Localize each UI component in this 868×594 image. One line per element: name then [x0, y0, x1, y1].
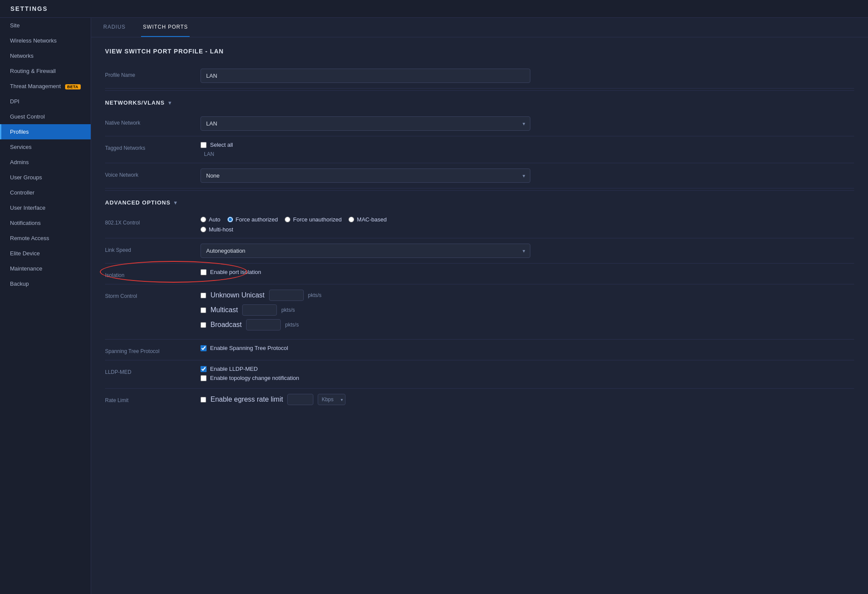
page-title: VIEW SWITCH PORT PROFILE - LAN [105, 48, 854, 55]
voice-network-select-wrapper: None [201, 168, 530, 183]
sidebar-item-site[interactable]: Site [0, 18, 91, 33]
storm-multicast-row: Multicast pkts/s [201, 304, 854, 316]
storm-broadcast-row: Broadcast pkts/s [201, 319, 854, 330]
sidebar-item-backup[interactable]: Backup [0, 276, 91, 291]
rate-limit-control: Enable egress rate limit Kbps Mbps [201, 394, 854, 405]
control-802x-row: 802.1X Control Auto Force authorized [105, 211, 854, 238]
divider-2 [105, 190, 854, 191]
select-all-label[interactable]: Select all [201, 142, 854, 148]
radio-mac-based[interactable] [349, 217, 354, 222]
sidebar-item-profiles[interactable]: Profiles [0, 124, 91, 139]
enable-port-isolation-checkbox[interactable] [201, 269, 207, 275]
enable-spanning-tree-label[interactable]: Enable Spanning Tree Protocol [201, 345, 854, 351]
tab-radius[interactable]: RADIUS [102, 18, 127, 37]
radio-force-unauthorized[interactable] [285, 217, 290, 222]
sidebar-item-admins[interactable]: Admins [0, 155, 91, 170]
lldp-med-control: Enable LLDP-MED Enable topology change n… [201, 366, 854, 383]
radio-force-authorized-label[interactable]: Force authorized [227, 216, 278, 223]
radio-force-unauthorized-label[interactable]: Force unauthorized [285, 216, 342, 223]
link-speed-select[interactable]: Autonegotiation [201, 244, 530, 258]
voice-network-row: Voice Network None [105, 163, 854, 188]
egress-rate-input[interactable] [287, 394, 313, 405]
multi-host-wrapper: Multi-host [201, 226, 854, 233]
sidebar-item-maintenance[interactable]: Maintenance [0, 261, 91, 276]
enable-topology-change-label[interactable]: Enable topology change notification [201, 375, 854, 381]
sidebar-item-guest-control[interactable]: Guest Control [0, 109, 91, 124]
sidebar-item-notifications[interactable]: Notifications [0, 215, 91, 231]
enable-topology-change-checkbox[interactable] [201, 375, 207, 381]
isolation-control: Enable port isolation [201, 269, 854, 277]
enable-egress-rate-label: Enable egress rate limit [210, 396, 283, 403]
enable-egress-rate-checkbox[interactable] [201, 397, 206, 403]
voice-network-select[interactable]: None [201, 168, 530, 183]
profile-name-control [201, 69, 854, 83]
rate-limit-label: Rate Limit [105, 394, 201, 403]
networks-vlans-header[interactable]: NETWORKS/VLANS ▾ [105, 92, 854, 111]
sidebar-item-routing-firewall[interactable]: Routing & Firewall [0, 63, 91, 79]
sidebar-item-elite-device[interactable]: Elite Device [0, 246, 91, 261]
radio-multi-host-label[interactable]: Multi-host [201, 226, 854, 233]
broadcast-input[interactable] [246, 319, 281, 330]
profile-name-label: Profile Name [105, 69, 201, 78]
profile-name-input[interactable] [201, 69, 530, 83]
profile-name-row: Profile Name [105, 63, 854, 89]
lldp-med-row: LLDP-MED Enable LLDP-MED Enable topology… [105, 360, 854, 389]
tab-switch-ports[interactable]: SWITCH PORTS [141, 18, 190, 37]
tagged-networks-row: Tagged Networks Select all LAN [105, 136, 854, 163]
sidebar-item-controller[interactable]: Controller [0, 185, 91, 200]
multicast-label: Multicast [210, 306, 238, 314]
unknown-unicast-label: Unknown Unicast [210, 291, 265, 299]
broadcast-label: Broadcast [210, 321, 242, 329]
link-speed-row: Link Speed Autonegotiation [105, 238, 854, 264]
app-title: SETTINGS [10, 5, 858, 12]
spanning-tree-label: Spanning Tree Protocol [105, 345, 201, 354]
native-network-select[interactable]: LAN [201, 116, 530, 131]
sidebar-item-threat-management[interactable]: Threat Management BETA [0, 79, 91, 94]
enable-lldp-med-checkbox[interactable] [201, 366, 207, 372]
storm-control-label: Storm Control [105, 290, 201, 299]
multicast-input[interactable] [242, 304, 277, 316]
sidebar: Site Wireless Networks Networks Routing … [0, 18, 91, 594]
voice-network-label: Voice Network [105, 168, 201, 178]
native-network-label: Native Network [105, 116, 201, 126]
sidebar-item-services[interactable]: Services [0, 139, 91, 155]
select-all-checkbox[interactable] [201, 142, 207, 148]
storm-control-control: Unknown Unicast pkts/s Multicast pkts/s … [201, 290, 854, 334]
sidebar-item-wireless-networks[interactable]: Wireless Networks [0, 33, 91, 48]
enable-lldp-med-label[interactable]: Enable LLDP-MED [201, 366, 854, 372]
spanning-tree-row: Spanning Tree Protocol Enable Spanning T… [105, 340, 854, 360]
kbps-select[interactable]: Kbps Mbps [318, 394, 345, 405]
radio-force-authorized[interactable] [227, 217, 233, 222]
radio-mac-based-label[interactable]: MAC-based [349, 216, 387, 223]
app-header: SETTINGS [0, 0, 868, 18]
enable-port-isolation-label[interactable]: Enable port isolation [201, 269, 854, 275]
beta-badge: BETA [65, 84, 81, 89]
sidebar-item-networks[interactable]: Networks [0, 48, 91, 63]
rate-limit-inner: Enable egress rate limit Kbps Mbps [201, 394, 854, 405]
radio-multi-host[interactable] [201, 227, 206, 232]
control-802x-control: Auto Force authorized Force unauthorized [201, 216, 854, 233]
sidebar-item-user-groups[interactable]: User Groups [0, 170, 91, 185]
broadcast-unit: pkts/s [285, 322, 299, 328]
multicast-checkbox[interactable] [201, 307, 206, 313]
sidebar-item-user-interface[interactable]: User Interface [0, 200, 91, 215]
tagged-networks-option: LAN [204, 151, 214, 157]
divider-1 [105, 90, 854, 91]
voice-network-control: None [201, 168, 854, 183]
spanning-tree-control: Enable Spanning Tree Protocol [201, 345, 854, 353]
tab-bar: RADIUS SWITCH PORTS [91, 18, 868, 37]
advanced-options-header[interactable]: ADVANCED OPTIONS ▾ [105, 192, 854, 211]
sidebar-item-remote-access[interactable]: Remote Access [0, 231, 91, 246]
unknown-unicast-checkbox[interactable] [201, 293, 206, 298]
storm-unknown-unicast-row: Unknown Unicast pkts/s [201, 290, 854, 301]
unknown-unicast-input[interactable] [269, 290, 304, 301]
sidebar-item-dpi[interactable]: DPI [0, 94, 91, 109]
control-802x-label: 802.1X Control [105, 216, 201, 226]
link-speed-label: Link Speed [105, 244, 201, 253]
networks-vlans-chevron: ▾ [168, 100, 171, 106]
unknown-unicast-unit: pkts/s [308, 292, 322, 298]
broadcast-checkbox[interactable] [201, 322, 206, 328]
radio-auto-label[interactable]: Auto [201, 216, 220, 223]
enable-spanning-tree-checkbox[interactable] [201, 345, 207, 351]
radio-auto[interactable] [201, 217, 206, 222]
